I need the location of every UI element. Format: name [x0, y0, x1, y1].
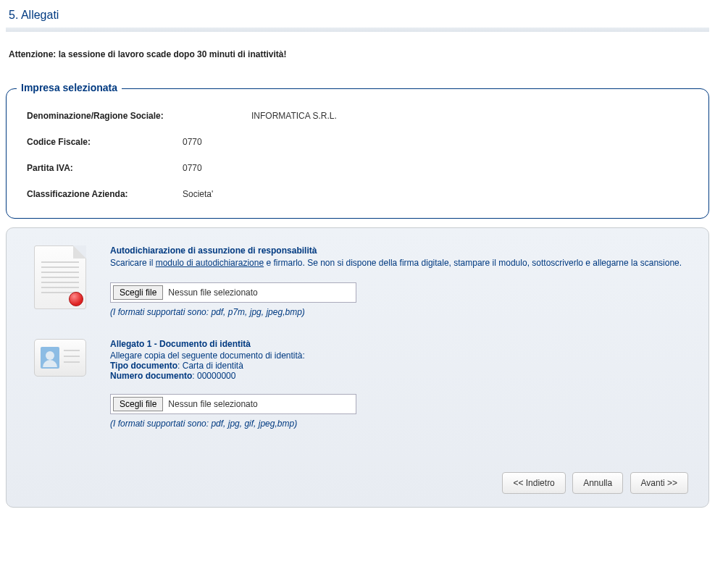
codice-fiscale-label: Codice Fiscale: [27, 137, 183, 147]
numero-documento-line: Numero documento: 00000000 [110, 371, 688, 381]
autodichiarazione-title: Autodichiarazione di assunzione di respo… [110, 245, 688, 256]
next-button[interactable]: Avanti >> [630, 472, 688, 494]
company-legend: Impresa selezionata [17, 82, 122, 93]
autodichiarazione-desc-suffix: e firmarlo. Se non si dispone della firm… [264, 258, 682, 268]
choose-file-button-autodichiarazione[interactable]: Scegli file [113, 285, 163, 300]
header-divider [6, 28, 709, 32]
partita-iva-value: 0770 [183, 163, 202, 173]
attachment-documento-identita: Allegato 1 - Documento di identità Alleg… [27, 339, 688, 429]
attachment-autodichiarazione: Autodichiarazione di assunzione di respo… [27, 245, 688, 317]
company-row-classificazione: Classificazione Azienda: Societa' [27, 189, 688, 199]
id-card-icon [34, 339, 86, 377]
partita-iva-label: Partita IVA: [27, 163, 183, 173]
documento-identita-desc: Allegare copia del seguente documento di… [110, 350, 688, 361]
autodichiarazione-link[interactable]: modulo di autodichiarazione [156, 258, 264, 268]
company-row-codice-fiscale: Codice Fiscale: 0770 [27, 137, 688, 147]
back-button[interactable]: << Indietro [502, 472, 565, 494]
company-fieldset: Impresa selezionata Denominazione/Ragion… [6, 88, 709, 219]
formats-autodichiarazione: (I formati supportati sono: pdf, p7m, jp… [110, 307, 688, 317]
autodichiarazione-desc: Scaricare il modulo di autodichiarazione… [110, 257, 688, 269]
attachments-panel: Autodichiarazione di assunzione di respo… [6, 227, 709, 508]
tipo-documento-value: Carta di identità [183, 361, 243, 371]
file-input-autodichiarazione[interactable]: Scegli file Nessun file selezionato [110, 282, 356, 303]
formats-documento-identita: (I formati supportati sono: pdf, jpg, gi… [110, 419, 688, 429]
denominazione-label: Denominazione/Ragione Sociale: [27, 111, 251, 121]
nav-button-row: << Indietro Annulla Avanti >> [27, 450, 688, 494]
classificazione-value: Societa' [183, 189, 213, 199]
documento-identita-title: Allegato 1 - Documento di identità [110, 339, 688, 349]
cancel-button[interactable]: Annulla [572, 472, 623, 494]
tipo-documento-label: Tipo documento [110, 361, 177, 371]
file-status-autodichiarazione: Nessun file selezionato [165, 287, 257, 298]
page-title: 5. Allegati [6, 6, 709, 28]
file-input-documento-identita[interactable]: Scegli file Nessun file selezionato [110, 394, 356, 414]
tipo-documento-line: Tipo documento: Carta di identità [110, 361, 688, 371]
choose-file-button-documento-identita[interactable]: Scegli file [113, 397, 163, 411]
company-row-partita-iva: Partita IVA: 0770 [27, 163, 688, 173]
document-seal-icon [34, 245, 86, 309]
numero-documento-value: 00000000 [197, 371, 235, 381]
denominazione-value: INFORMATICA S.R.L. [251, 111, 337, 121]
numero-documento-label: Numero documento [110, 371, 192, 381]
autodichiarazione-desc-prefix: Scaricare il [110, 258, 156, 268]
file-status-documento-identita: Nessun file selezionato [165, 399, 257, 409]
company-row-denominazione: Denominazione/Ragione Sociale: INFORMATI… [27, 111, 688, 121]
codice-fiscale-value: 0770 [183, 137, 202, 147]
classificazione-label: Classificazione Azienda: [27, 189, 183, 199]
